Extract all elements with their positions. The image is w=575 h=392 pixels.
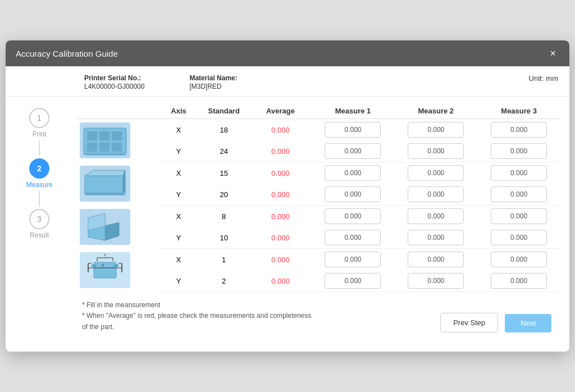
svg-rect-5 <box>99 143 109 152</box>
measure1-cell[interactable] <box>312 270 395 292</box>
connector-1 <box>39 140 40 156</box>
measure1-cell[interactable] <box>312 206 395 227</box>
average-cell: 0.000 <box>249 140 311 162</box>
standard-cell: 18 <box>198 119 249 141</box>
serial-label: Printer Serial No.: <box>84 74 144 82</box>
measure3-cell[interactable] <box>477 270 560 292</box>
title-bar: Accuracy Calibration Guide × <box>6 40 569 66</box>
svg-text:X: X <box>102 263 104 267</box>
table-row: X 8 0.000 <box>77 206 560 227</box>
step-3-label: Result <box>30 231 49 239</box>
measure3-input[interactable] <box>491 122 547 138</box>
measure1-cell[interactable] <box>312 249 395 271</box>
steps-sidebar: 1 Print 2 Measure 3 Result <box>6 97 73 352</box>
footnote-line2: * When "Average" is red, please check th… <box>82 311 318 332</box>
measure2-cell[interactable] <box>394 249 477 271</box>
axis-cell: Y <box>159 140 198 162</box>
footer-buttons: Prev Step Next <box>440 308 551 335</box>
measure2-cell[interactable] <box>394 184 477 206</box>
average-cell: 0.000 <box>249 249 311 271</box>
measure2-input[interactable] <box>408 273 464 289</box>
standard-cell: 8 <box>198 206 249 227</box>
measure1-input[interactable] <box>325 186 381 202</box>
connector-2 <box>39 191 40 207</box>
measure3-cell[interactable] <box>477 249 560 271</box>
svg-rect-4 <box>87 143 97 152</box>
measure2-input[interactable] <box>408 252 464 267</box>
svg-rect-2 <box>99 131 109 140</box>
next-button[interactable]: Next <box>505 314 551 332</box>
measure2-cell[interactable] <box>394 140 477 162</box>
measure2-cell[interactable] <box>394 119 477 141</box>
measure1-input[interactable] <box>325 122 381 138</box>
prev-step-button[interactable]: Prev Step <box>440 313 498 332</box>
part-image-cell-2 <box>77 162 159 206</box>
measure3-input[interactable] <box>491 165 547 181</box>
measure3-cell[interactable] <box>477 206 560 227</box>
table-row: X Y X 1 0.000 <box>77 249 560 271</box>
serial-value: L4K00000-GJ00000 <box>84 83 144 90</box>
measure2-input[interactable] <box>408 230 464 245</box>
col-header-measure3: Measure 3 <box>477 103 560 119</box>
measure1-input[interactable] <box>325 143 381 159</box>
measure1-input[interactable] <box>325 165 381 181</box>
measure1-input[interactable] <box>325 230 381 245</box>
step-2-label: Measure <box>26 181 53 189</box>
measure3-input[interactable] <box>491 186 547 202</box>
measure1-cell[interactable] <box>312 184 395 206</box>
measure3-input[interactable] <box>491 208 547 224</box>
svg-rect-11 <box>85 193 123 195</box>
standard-cell: 1 <box>198 249 249 271</box>
part-image-cell-4: X Y <box>77 249 159 292</box>
material-group: Material Name: [M3D]RED <box>189 74 237 90</box>
footnote-line1: * Fill in the meansurement <box>82 300 318 311</box>
step-1: 1 Print <box>29 108 49 138</box>
axis-cell: X <box>159 206 198 227</box>
measure3-cell[interactable] <box>477 119 560 141</box>
standard-cell: 10 <box>198 227 249 249</box>
measure3-cell[interactable] <box>477 162 560 184</box>
unit-value: mm <box>546 74 558 83</box>
measure1-cell[interactable] <box>312 119 395 141</box>
measure2-input[interactable] <box>408 208 464 224</box>
measure1-cell[interactable] <box>312 140 395 162</box>
measure3-cell[interactable] <box>477 184 560 206</box>
material-label: Material Name: <box>189 74 237 82</box>
measure2-cell[interactable] <box>394 206 477 227</box>
serial-group: Printer Serial No.: L4K00000-GJ00000 <box>84 74 144 90</box>
measure3-cell[interactable] <box>477 140 560 162</box>
axis-cell: X <box>159 162 198 184</box>
col-header-part <box>77 103 159 119</box>
measure1-input[interactable] <box>325 208 381 224</box>
measure1-input[interactable] <box>325 273 381 289</box>
part-image-2 <box>80 166 130 202</box>
step-3: 3 Result <box>29 209 49 239</box>
content-area: 1 Print 2 Measure 3 Result <box>6 97 569 352</box>
table-row: X 18 0.000 <box>77 119 560 141</box>
measure3-input[interactable] <box>491 230 547 245</box>
col-header-average: Average <box>249 103 311 119</box>
measure2-cell[interactable] <box>394 270 477 292</box>
measure1-cell[interactable] <box>312 162 395 184</box>
axis-cell: Y <box>159 184 198 206</box>
measure3-input[interactable] <box>491 143 547 159</box>
part-image-3 <box>80 209 130 245</box>
measure2-input[interactable] <box>408 122 464 138</box>
col-header-axis: Axis <box>159 103 198 119</box>
part-image-4: X Y <box>80 252 130 288</box>
measure1-cell[interactable] <box>312 227 395 249</box>
average-cell: 0.000 <box>249 227 311 249</box>
measure2-cell[interactable] <box>394 227 477 249</box>
close-button[interactable]: × <box>546 47 559 60</box>
measure2-input[interactable] <box>408 165 464 181</box>
measure2-input[interactable] <box>408 186 464 202</box>
measure3-cell[interactable] <box>477 227 560 249</box>
measure3-input[interactable] <box>491 252 547 267</box>
measure2-cell[interactable] <box>394 162 477 184</box>
measure2-input[interactable] <box>408 143 464 159</box>
average-cell: 0.000 <box>249 184 311 206</box>
material-value: [M3D]RED <box>189 83 221 90</box>
svg-rect-7 <box>86 153 124 155</box>
measure1-input[interactable] <box>325 252 381 267</box>
measure3-input[interactable] <box>491 273 547 289</box>
